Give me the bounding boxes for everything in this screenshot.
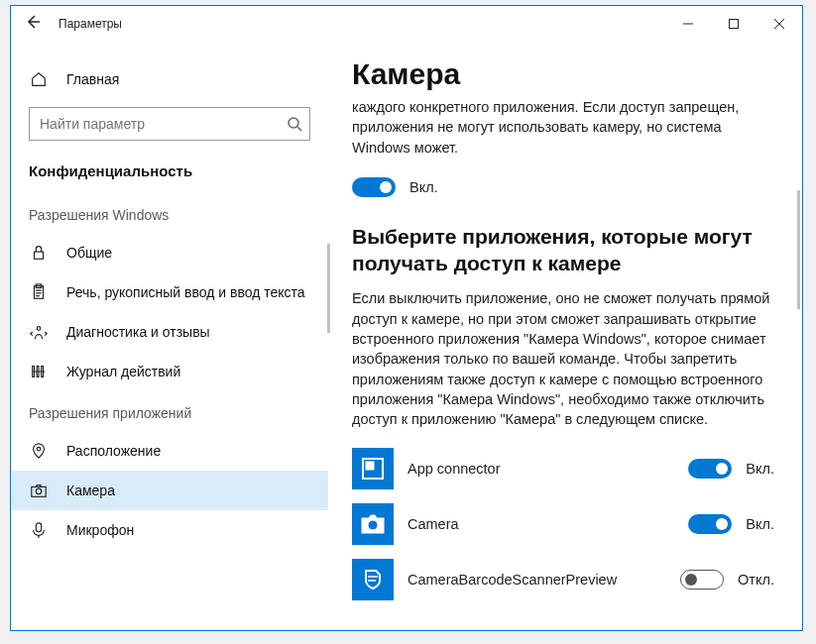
window-title: Параметры [58,17,122,31]
app-icon [352,503,394,545]
apps-desc: Если выключить приложение, оно не сможет… [352,288,774,429]
app-name: CameraBarcodeScannerPreview [408,572,666,588]
master-toggle[interactable] [352,177,396,197]
clipboard-icon [29,282,49,302]
section-windows-permissions: Разрешения Windows [11,193,328,233]
settings-window: Параметры Главная Конфиденциальность Раз… [10,5,803,631]
sidebar-item-clipboard[interactable]: Речь, рукописный ввод и ввод текста [11,272,328,312]
sidebar-item-label: Расположение [66,443,161,459]
svg-rect-11 [366,462,374,470]
svg-point-13 [368,520,378,530]
location-icon [29,441,49,461]
app-icon [352,448,394,489]
sidebar-category: Конфиденциальность [11,157,328,193]
content-scrollbar[interactable] [797,190,800,309]
sidebar-home-label: Главная [66,71,119,87]
app-row: App connectorВкл. [352,448,774,489]
home-icon [29,69,49,89]
app-toggle-label: Вкл. [746,461,774,477]
sidebar-item-camera[interactable]: Камера [11,471,328,510]
app-row: CameraBarcodeScannerPreviewОткл. [352,559,774,600]
sidebar-item-feedback[interactable]: Диагностика и отзывы [11,312,328,352]
sidebar-scrollbar[interactable] [327,244,330,333]
app-row: CameraВкл. [352,503,774,545]
microphone-icon [29,520,49,540]
app-name: Camera [408,516,674,532]
search-input[interactable] [29,107,310,141]
page-title: Камера [352,57,774,91]
content-pane: Камера каждого конкретного приложения. Е… [328,42,802,630]
search-wrap [29,107,310,141]
app-toggle[interactable] [680,570,724,590]
maximize-button[interactable] [711,6,757,42]
lead-text: каждого конкретного приложения. Если дос… [352,97,774,158]
master-toggle-row: Вкл. [352,177,774,197]
app-toggle[interactable] [688,514,732,534]
titlebar: Параметры [11,6,802,42]
svg-point-8 [36,488,41,493]
sidebar-item-microphone[interactable]: Микрофон [11,510,328,550]
feedback-icon [29,322,49,342]
svg-point-1 [289,118,298,128]
app-icon [352,559,394,600]
svg-rect-9 [36,523,41,532]
app-toggle-label: Откл. [738,572,774,588]
svg-rect-2 [35,252,44,259]
sidebar-item-label: Диагностика и отзывы [66,324,210,340]
minimize-button[interactable] [665,6,711,42]
app-toggle[interactable] [688,459,732,479]
sidebar-item-label: Микрофон [66,522,134,538]
sidebar-item-activity[interactable]: Журнал действий [11,352,328,391]
sidebar-item-label: Речь, рукописный ввод и ввод текста [66,284,305,300]
sidebar-item-lock[interactable]: Общие [11,233,328,272]
sidebar-item-location[interactable]: Расположение [11,431,328,471]
svg-rect-0 [730,20,739,29]
app-name: App connector [408,461,674,477]
sidebar-home[interactable]: Главная [11,59,328,99]
sidebar-item-label: Общие [66,245,112,261]
camera-icon [29,481,49,500]
lock-icon [29,243,49,263]
app-toggle-label: Вкл. [746,516,774,532]
close-button[interactable] [757,6,802,42]
sidebar-item-label: Камера [66,483,115,498]
master-toggle-label: Вкл. [409,179,438,195]
sidebar-item-label: Журнал действий [66,364,180,379]
activity-icon [29,362,49,381]
sidebar: Главная Конфиденциальность Разрешения Wi… [11,42,328,630]
window-controls [665,6,802,42]
apps-subheading: Выберите приложения, которые могут получ… [352,223,774,277]
section-app-permissions: Разрешения приложений [11,391,328,431]
svg-point-5 [37,327,41,331]
search-icon [287,116,302,132]
svg-point-6 [37,447,41,451]
back-icon[interactable] [25,14,41,34]
